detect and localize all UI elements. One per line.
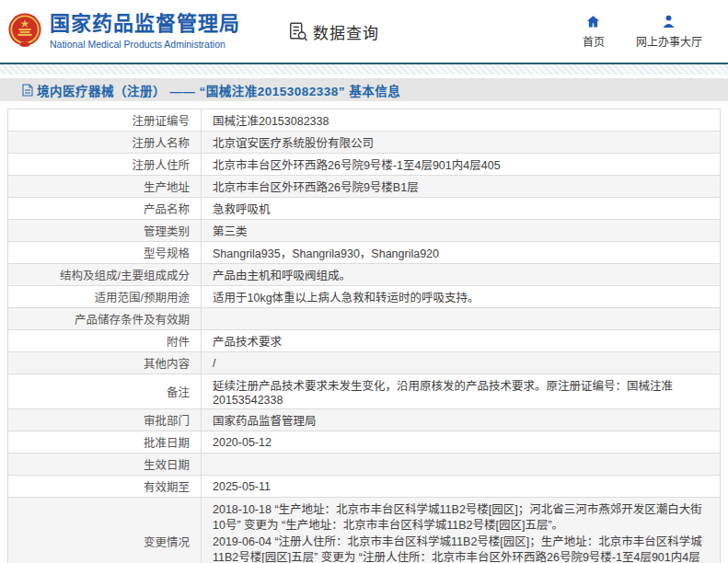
org-name-en: National Medical Products Administration — [50, 39, 240, 50]
field-label: 生效日期 — [8, 454, 202, 476]
table-row: 生效日期 — [8, 454, 721, 476]
field-value: 2025-05-11 — [202, 476, 721, 498]
registration-detail-table: 注册证编号国械注准20153082338 注册人名称北京谊安医疗系统股份有限公司… — [0, 109, 728, 563]
field-value — [202, 308, 721, 330]
change-record: 2019-06-04 “注册人住所：北京市丰台区科学城11B2号楼[园区]；生产… — [213, 534, 711, 563]
table-row: 型号规格Shangrila935，Shangrila930，Shangrila9… — [8, 242, 721, 264]
nav-service-hall[interactable]: 网上办事大厅 — [636, 14, 702, 49]
field-label: 型号规格 — [8, 242, 202, 264]
table-row: 注册证编号国械注准20153082338 — [8, 109, 721, 132]
field-label: 备注 — [8, 374, 202, 409]
field-value: 北京市丰台区外环西路26号院9号楼-1至4层901内4层405 — [202, 154, 721, 176]
table-row: 适用范围/预期用途适用于10kg体重以上病人急救和转运时的呼吸支持。 — [8, 286, 721, 308]
field-value — [202, 454, 721, 476]
table-row: 产品储存条件及有效期 — [8, 308, 721, 330]
table-row: 审批部门国家药品监督管理局 — [8, 409, 721, 431]
field-label: 注册人住所 — [8, 154, 202, 176]
data-query-section[interactable]: 数据查询 — [288, 20, 379, 43]
data-query-icon — [288, 21, 308, 41]
field-value: 产品技术要求 — [202, 330, 721, 352]
field-value: 2020-05-12 — [202, 431, 721, 454]
table-row: 注册人名称北京谊安医疗系统股份有限公司 — [8, 132, 721, 154]
table-row: 产品名称急救呼吸机 — [8, 198, 721, 220]
table-row: 管理类别第三类 — [8, 220, 721, 242]
field-label: 适用范围/预期用途 — [8, 286, 202, 308]
field-value: Shangrila935，Shangrila930，Shangrila920 — [202, 242, 721, 264]
hatched-strip — [0, 64, 728, 75]
field-label: 产品名称 — [8, 198, 202, 220]
breadcrumb: 境内医疗器械（注册） —— “国械注准20153082338” 基本信息 — [0, 78, 728, 101]
org-title-block: 国家药品监督管理局 National Medical Products Admi… — [50, 13, 240, 49]
table-row: 备注延续注册产品技术要求未发生变化，沿用原核发的产品技术要求。原注册证编号：国械… — [8, 374, 721, 409]
field-label: 生产地址 — [8, 176, 202, 198]
table-row: 注册人住所北京市丰台区外环西路26号院9号楼-1至4层901内4层405 — [8, 154, 721, 176]
field-value: 2018-10-18 “生产地址：北京市丰台区科学城11B2号楼[园区]；河北省… — [202, 498, 721, 563]
field-label: 审批部门 — [8, 409, 202, 431]
nav-hall-label: 网上办事大厅 — [636, 33, 702, 49]
field-value: 急救呼吸机 — [202, 198, 721, 220]
field-label: 变更情况 — [8, 498, 202, 563]
field-label: 结构及组成/主要组成成分 — [8, 264, 202, 286]
national-emblem-icon — [7, 13, 42, 50]
field-value: 北京市丰台区外环西路26号院9号楼B1层 — [202, 176, 721, 198]
table-row: 结构及组成/主要组成成分产品由主机和呼吸阀组成。 — [8, 264, 721, 286]
field-value: 国械注准20153082338 — [202, 109, 721, 132]
field-label: 注册证编号 — [8, 109, 202, 132]
table-row: 批准日期2020-05-12 — [8, 431, 721, 454]
field-label: 批准日期 — [8, 431, 202, 454]
home-icon — [585, 14, 601, 29]
data-query-label: 数据查询 — [313, 20, 379, 43]
field-value: 国家药品监督管理局 — [202, 409, 721, 431]
field-label: 注册人名称 — [8, 132, 202, 154]
table-row: 有效期至2025-05-11 — [8, 476, 721, 498]
table-row: 其他内容/ — [8, 352, 721, 374]
field-label: 有效期至 — [8, 476, 202, 498]
field-label: 管理类别 — [8, 220, 202, 242]
top-nav: 首页 网上办事大厅 — [583, 14, 702, 49]
document-icon — [22, 84, 33, 97]
user-icon — [661, 14, 676, 29]
org-name-cn: 国家药品监督管理局 — [50, 13, 240, 35]
field-label: 其他内容 — [8, 352, 202, 374]
breadcrumb-text: 境内医疗器械（注册） —— “国械注准20153082338” 基本信息 — [37, 81, 400, 99]
table-row: 生产地址北京市丰台区外环西路26号院9号楼B1层 — [8, 176, 721, 198]
table-row: 附件产品技术要求 — [8, 330, 721, 352]
page-header: 国家药品监督管理局 National Medical Products Admi… — [0, 0, 728, 63]
field-value: 北京谊安医疗系统股份有限公司 — [202, 132, 721, 154]
field-value: 延续注册产品技术要求未发生变化，沿用原核发的产品技术要求。原注册证编号：国械注准… — [202, 374, 721, 409]
table-row: 变更情况 2018-10-18 “生产地址：北京市丰台区科学城11B2号楼[园区… — [8, 498, 721, 563]
field-value: 产品由主机和呼吸阀组成。 — [202, 264, 721, 286]
field-label: 产品储存条件及有效期 — [8, 308, 202, 330]
field-value: / — [202, 352, 721, 374]
change-record: 2018-10-18 “生产地址：北京市丰台区科学城11B2号楼[园区]；河北省… — [213, 501, 711, 534]
field-label: 附件 — [8, 330, 202, 352]
field-value: 第三类 — [202, 220, 721, 242]
nav-home-label: 首页 — [583, 33, 605, 49]
field-value: 适用于10kg体重以上病人急救和转运时的呼吸支持。 — [202, 286, 721, 308]
nav-home[interactable]: 首页 — [583, 14, 605, 49]
